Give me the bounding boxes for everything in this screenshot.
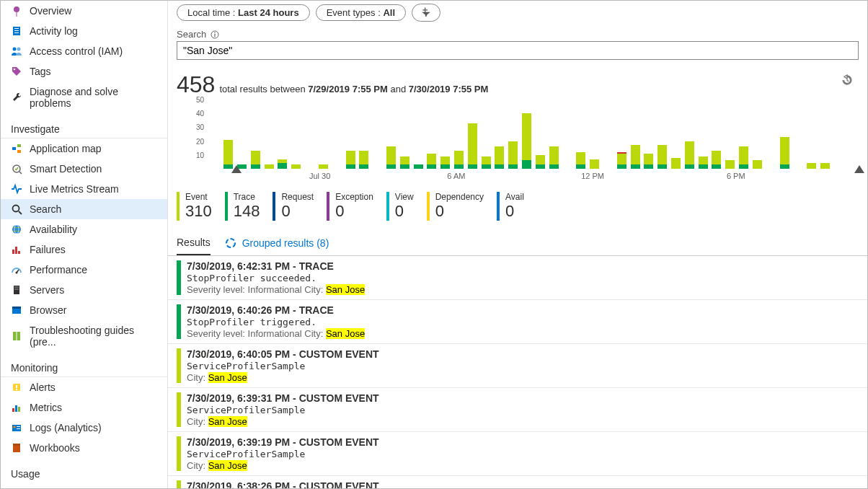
bar-column[interactable] — [778, 100, 791, 169]
timeline-chart[interactable]: 5040302010 Jul 306 AM12 PM6 PM — [168, 100, 867, 185]
bar-column[interactable] — [602, 100, 615, 169]
bar-column[interactable] — [304, 100, 316, 169]
bar-column[interactable] — [344, 100, 357, 169]
counter-dependency[interactable]: Dependency0 — [427, 192, 484, 221]
sidebar-item-activity-log[interactable]: Activity log — [1, 21, 167, 41]
bar-column[interactable] — [846, 100, 859, 169]
sidebar-item-overview[interactable]: Overview — [1, 1, 167, 21]
bar-column[interactable] — [236, 100, 249, 169]
bar-column[interactable] — [575, 100, 588, 169]
bar-column[interactable] — [479, 100, 492, 169]
svg-point-18 — [16, 272, 18, 274]
counter-view[interactable]: View0 — [386, 192, 414, 221]
bar-column[interactable] — [262, 100, 275, 169]
svg-point-30 — [14, 426, 16, 428]
history-icon[interactable] — [841, 74, 853, 88]
event-types-pill[interactable]: Event types : All — [316, 4, 406, 21]
result-row[interactable]: 7/30/2019, 6:38:26 PM - CUSTOM EVENT Ser… — [168, 476, 867, 488]
result-row[interactable]: 7/30/2019, 6:40:05 PM - CUSTOM EVENT Ser… — [168, 344, 867, 388]
sidebar-item-smart-detection[interactable]: Smart Detection — [1, 159, 167, 179]
sidebar-item-live-metrics-stream[interactable]: Live Metrics Stream — [1, 179, 167, 199]
bar-column[interactable] — [764, 100, 777, 169]
add-filter-button[interactable] — [412, 4, 440, 22]
sidebar-item-logs-analytics[interactable]: Logs (Analytics) — [1, 418, 167, 438]
bar-column[interactable] — [330, 100, 343, 169]
sidebar-item-search[interactable]: Search — [1, 199, 167, 219]
bar-column[interactable] — [819, 100, 832, 169]
bar-column[interactable] — [588, 100, 601, 169]
bar-column[interactable] — [629, 100, 642, 169]
sidebar-item-tags[interactable]: Tags — [1, 61, 167, 82]
result-row[interactable]: 7/30/2019, 6:39:19 PM - CUSTOM EVENT Ser… — [168, 432, 867, 476]
result-row[interactable]: 7/30/2019, 6:39:31 PM - CUSTOM EVENT Ser… — [168, 388, 867, 432]
sidebar-item-workbooks[interactable]: Workbooks — [1, 438, 167, 458]
svg-point-7 — [14, 69, 16, 71]
sidebar-item-servers[interactable]: Servers — [1, 280, 167, 300]
bar-column[interactable] — [696, 100, 709, 169]
time-range-pill[interactable]: Local time : Last 24 hours — [177, 4, 310, 21]
bar-column[interactable] — [534, 100, 547, 169]
bar-column[interactable] — [249, 100, 262, 169]
bar-column[interactable] — [615, 100, 628, 169]
row-header: 7/30/2019, 6:40:05 PM - CUSTOM EVENT — [187, 348, 859, 360]
sidebar-item-performance[interactable]: Performance — [1, 260, 167, 280]
bar-column[interactable] — [290, 100, 303, 169]
bar-column[interactable] — [738, 100, 750, 169]
bar-column[interactable] — [656, 100, 669, 169]
bar-column[interactable] — [493, 100, 506, 169]
row-meta: Severity level: Informational City: San … — [187, 328, 859, 339]
browser-icon — [11, 304, 22, 316]
bar-column[interactable] — [521, 100, 533, 169]
sidebar-item-diagnose-and-solve-problems[interactable]: Diagnose and solve problems — [1, 82, 167, 113]
bar-column[interactable] — [724, 100, 737, 169]
result-row[interactable]: 7/30/2019, 6:42:31 PM - TRACE StopProfil… — [168, 256, 867, 300]
bar-column[interactable] — [466, 100, 479, 169]
counter-request[interactable]: Request0 — [273, 192, 314, 221]
bar-column[interactable] — [425, 100, 438, 169]
bar-column[interactable] — [439, 100, 452, 169]
bar-column[interactable] — [547, 100, 560, 169]
bar-column[interactable] — [412, 100, 425, 169]
bar-column[interactable] — [832, 100, 845, 169]
counters: Event310Trace148Request0Exception0View0D… — [168, 185, 867, 224]
bar-column[interactable] — [453, 100, 466, 169]
bar-column[interactable] — [751, 100, 764, 169]
toolbar: Local time : Last 24 hours Event types :… — [168, 1, 867, 29]
counter-trace[interactable]: Trace148 — [225, 192, 260, 221]
bar-column[interactable] — [371, 100, 384, 169]
sidebar-item-metrics[interactable]: Metrics — [1, 397, 167, 418]
bar-column[interactable] — [507, 100, 520, 169]
sidebar-item-browser[interactable]: Browser — [1, 300, 167, 320]
bar-column[interactable] — [683, 100, 696, 169]
bar-column[interactable] — [317, 100, 330, 169]
search-input[interactable] — [177, 41, 859, 60]
bar-column[interactable] — [208, 100, 221, 169]
result-row[interactable]: 7/30/2019, 6:40:26 PM - TRACE StopProfil… — [168, 300, 867, 344]
tab-grouped-results[interactable]: Grouped results (8) — [225, 234, 329, 255]
bar-column[interactable] — [710, 100, 723, 169]
bar-column[interactable] — [358, 100, 371, 169]
tab-results[interactable]: Results — [177, 234, 211, 255]
bar-column[interactable] — [276, 100, 289, 169]
bar-column[interactable] — [398, 100, 411, 169]
sidebar-item-label: Overview — [30, 5, 71, 17]
bar-column[interactable] — [385, 100, 398, 169]
sidebar-item-alerts[interactable]: Alerts — [1, 377, 167, 397]
sidebar-item-application-map[interactable]: Application map — [1, 138, 167, 159]
bar-column[interactable] — [670, 100, 683, 169]
bar-column[interactable] — [642, 100, 655, 169]
bar-column[interactable] — [222, 100, 235, 169]
iam-icon — [11, 45, 22, 57]
counter-avail[interactable]: Avail0 — [497, 192, 524, 221]
counter-exception[interactable]: Exception0 — [327, 192, 373, 221]
perf-icon — [11, 264, 22, 276]
counter-event[interactable]: Event310 — [177, 192, 212, 221]
sidebar-item-access-control-iam[interactable]: Access control (IAM) — [1, 41, 167, 61]
bar-column[interactable] — [561, 100, 574, 169]
bar-column[interactable] — [792, 100, 805, 169]
sidebar-item-failures[interactable]: Failures — [1, 239, 167, 260]
results-tabs: Results Grouped results (8) — [168, 224, 867, 256]
bar-column[interactable] — [805, 100, 818, 169]
sidebar-item-troubleshooting-guides-pre[interactable]: Troubleshooting guides (pre... — [1, 320, 167, 352]
sidebar-item-availability[interactable]: Availability — [1, 219, 167, 239]
